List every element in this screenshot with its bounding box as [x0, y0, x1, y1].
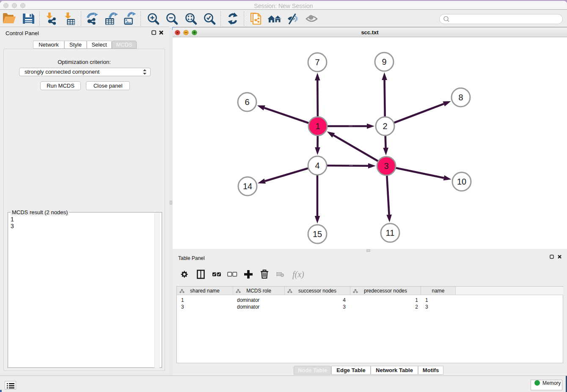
- svg-text:8: 8: [458, 93, 463, 102]
- svg-text:3: 3: [384, 161, 388, 171]
- svg-text:4: 4: [315, 161, 319, 170]
- svg-text:1: 1: [315, 121, 320, 131]
- svg-text:2: 2: [383, 121, 387, 131]
- svg-text:9: 9: [382, 57, 386, 66]
- svg-text:7: 7: [315, 58, 319, 67]
- svg-text:14: 14: [243, 182, 252, 191]
- svg-text:15: 15: [313, 229, 322, 239]
- svg-text:f(x): f(x): [292, 270, 304, 279]
- svg-text:6: 6: [245, 97, 249, 107]
- svg-text:10: 10: [457, 177, 466, 186]
- svg-text:11: 11: [386, 228, 395, 237]
